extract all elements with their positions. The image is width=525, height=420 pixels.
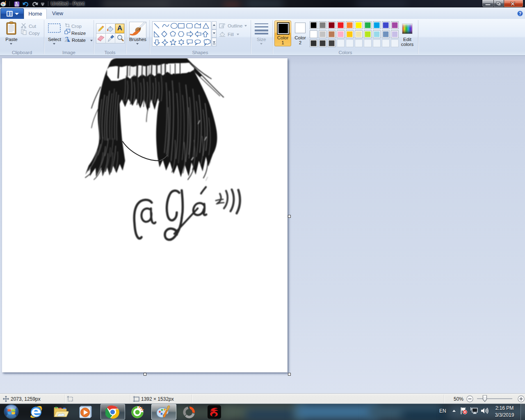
svg-text:?: ? <box>519 11 521 16</box>
